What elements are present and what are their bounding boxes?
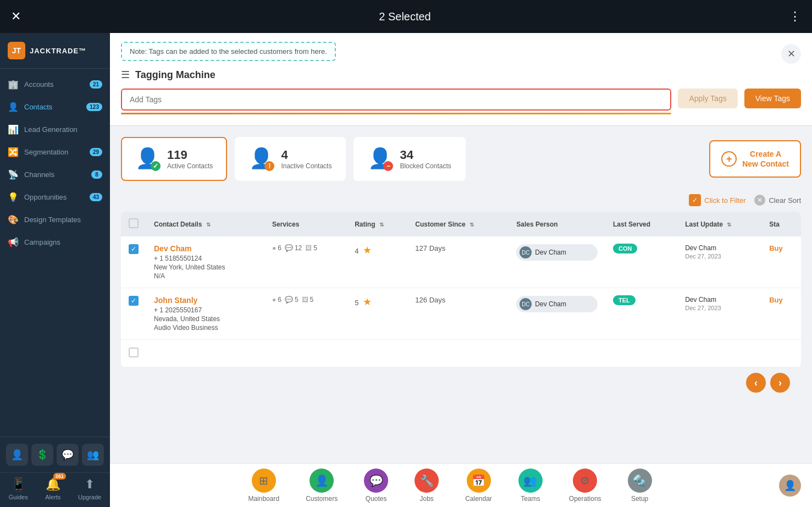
sidebar-guides[interactable]: 📱 Guides: [9, 477, 28, 500]
bottom-nav-calendar[interactable]: 📅 Calendar: [452, 465, 505, 506]
bottom-nav-teams[interactable]: 👥 Teams: [505, 465, 556, 506]
hamburger-icon: ☰: [121, 69, 130, 81]
tag-input[interactable]: [121, 89, 671, 111]
row3-content: [146, 340, 801, 367]
row1-last-update: Dev Cham Dec 27, 2023: [677, 236, 761, 288]
row2-checkbox[interactable]: ✓: [129, 296, 139, 306]
row1-service-dot: ● 6: [272, 244, 281, 252]
row2-sp-name: Dev Cham: [535, 300, 566, 308]
tagging-title: Tagging Machine: [135, 69, 216, 81]
tag-input-wrapper: [121, 89, 671, 114]
teams-label: Teams: [521, 495, 540, 503]
sidebar-nav: 🏢 Accounts 21 👤 Contacts 123 📊 Lead Gene…: [0, 69, 110, 437]
sidebar-alerts[interactable]: 🔔 261 Alerts: [45, 477, 60, 500]
next-page-button[interactable]: ›: [770, 373, 790, 393]
chat-icon[interactable]: 💬: [57, 444, 79, 466]
row1-name[interactable]: Dev Cham: [154, 244, 257, 253]
header-checkbox[interactable]: [129, 218, 139, 228]
table-body: ✓ Dev Cham + 1 5185550124 New York, Unit…: [121, 236, 801, 367]
close-panel-button[interactable]: ✕: [781, 44, 801, 64]
inactive-info: 4 Inactive Contacts: [281, 148, 332, 170]
bottom-nav-operations[interactable]: ⚙ Operations: [556, 465, 615, 506]
row1-sales-person: DC Dev Cham: [509, 236, 605, 288]
bottom-nav-quotes[interactable]: 💬 Quotes: [351, 465, 401, 506]
row2-last-update: Dev Cham Dec 27, 2023: [677, 288, 761, 340]
row1-location: New York, United States: [154, 263, 257, 271]
table-row: [121, 340, 801, 367]
row2-rating-star: ★: [363, 296, 372, 307]
blocked-badge: −: [383, 161, 393, 171]
row2-update-date: Dec 27, 2023: [685, 305, 754, 311]
bottom-nav-customers[interactable]: 👤 Customers: [292, 465, 351, 506]
row1-checkbox[interactable]: ✓: [129, 244, 139, 254]
active-number: 119: [167, 148, 213, 162]
inactive-badge: !: [264, 161, 274, 171]
calendar-label: Calendar: [465, 495, 492, 503]
accounts-icon: 🏢: [8, 79, 19, 90]
sidebar-item-segmentation[interactable]: 🔀 Segmentation 29: [0, 141, 110, 163]
content-area: ✕ Note: Tags can be added to the selecte…: [110, 33, 812, 507]
user-avatar[interactable]: 👤: [779, 475, 801, 497]
stat-card-active[interactable]: 👤 ✓ 119 Active Contacts: [121, 137, 227, 181]
customers-icon: 👤: [310, 469, 334, 493]
sidebar-item-channels[interactable]: 📡 Channels 8: [0, 163, 110, 186]
row1-service-chat: 💬 12: [285, 244, 302, 252]
th-services: Services: [264, 212, 347, 236]
stat-card-blocked[interactable]: 👤 − 34 Blocked Contacts: [353, 137, 465, 181]
row1-services: ● 6 💬 12 🖼 5: [264, 236, 347, 288]
prev-page-button[interactable]: ‹: [746, 373, 766, 393]
row1-sp-avatar: DC: [520, 246, 532, 258]
row2-service-msg: 🖼 5: [302, 296, 314, 304]
table-header: Contact Details ⇅ Services Rating ⇅ Cust…: [121, 212, 801, 236]
row2-rating-num: 5: [355, 299, 358, 307]
bottom-nav: ⊞ Mainboard 👤 Customers 💬 Quotes 🔧 Jobs …: [110, 463, 812, 507]
row2-sales-person: DC Dev Cham: [509, 288, 605, 340]
jobs-label: Jobs: [419, 495, 433, 503]
main-layout: JT JACKTRADE™ 🏢 Accounts 21 👤 Contacts 1…: [0, 33, 812, 507]
sidebar-upgrade[interactable]: ⬆ Upgrade: [78, 477, 101, 500]
row2-name[interactable]: John Stanly: [154, 296, 257, 305]
sidebar-item-opportunities[interactable]: 💡 Opportunities 43: [0, 186, 110, 208]
inactive-icon-wrap: 👤 !: [249, 147, 273, 171]
row3-checkbox[interactable]: [129, 348, 139, 357]
menu-icon[interactable]: ⋮: [789, 9, 801, 24]
stat-card-inactive[interactable]: 👤 ! 4 Inactive Contacts: [235, 137, 346, 181]
sidebar-item-accounts[interactable]: 🏢 Accounts 21: [0, 73, 110, 96]
users-icon[interactable]: 👥: [82, 444, 104, 466]
sidebar-item-lead-generation[interactable]: 📊 Lead Generation: [0, 118, 110, 141]
dollar-icon[interactable]: 💲: [31, 444, 53, 466]
segmentation-badge: 29: [90, 148, 102, 156]
row2-salesperson-chip: DC Dev Cham: [516, 296, 598, 312]
sidebar-item-contacts[interactable]: 👤 Contacts 123: [0, 96, 110, 118]
sidebar-item-campaigns[interactable]: 📢 Campaigns: [0, 231, 110, 254]
sort-update-icon[interactable]: ⇅: [727, 222, 731, 228]
bottom-nav-jobs[interactable]: 🔧 Jobs: [401, 465, 452, 506]
active-icon-wrap: 👤 ✓: [135, 147, 159, 171]
sidebar-item-design-templates[interactable]: 🎨 Design Templates: [0, 208, 110, 231]
apply-tags-button[interactable]: Apply Tags: [678, 89, 737, 108]
bottom-nav-setup[interactable]: 🔩 Setup: [615, 465, 665, 506]
person-icon[interactable]: 👤: [6, 444, 28, 466]
campaigns-label: Campaigns: [24, 238, 102, 246]
bottom-nav-mainboard[interactable]: ⊞ Mainboard: [235, 465, 292, 506]
lead-label: Lead Generation: [24, 125, 102, 134]
row1-extra: N/A: [154, 272, 257, 280]
clear-sort-button[interactable]: ✕ Clear Sort: [754, 195, 801, 206]
th-customer-since: Customer Since ⇅: [407, 212, 509, 236]
sort-since-icon[interactable]: ⇅: [469, 222, 474, 228]
view-tags-button[interactable]: View Tags: [744, 89, 801, 108]
active-badge: ✓: [151, 161, 161, 171]
operations-label: Operations: [569, 495, 601, 503]
click-to-filter-button[interactable]: ✓ Click to Filter: [689, 194, 745, 206]
active-label: Active Contacts: [167, 162, 213, 170]
row2-days: 126 Days: [415, 296, 445, 304]
row1-update-date: Dec 27, 2023: [685, 253, 754, 260]
row2-location: Nevada, United States: [154, 315, 257, 323]
sort-contact-icon[interactable]: ⇅: [206, 222, 211, 228]
orange-underline: [121, 113, 671, 114]
sort-rating-icon[interactable]: ⇅: [379, 222, 384, 228]
sidebar-bottom-icons: 👤 💲 💬 👥: [0, 437, 110, 472]
create-contact-button[interactable]: + Create ANew Contact: [709, 140, 801, 178]
opportunities-label: Opportunities: [24, 193, 84, 201]
close-icon[interactable]: ✕: [11, 9, 21, 24]
